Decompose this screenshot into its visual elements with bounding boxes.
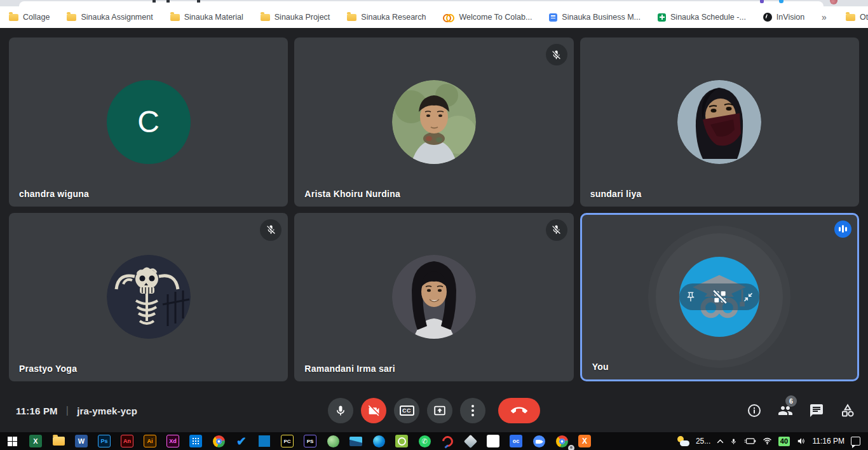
participant-tile-prastyo[interactable]: Prastyo Yoga xyxy=(9,213,288,382)
taskbar-app-xampp[interactable]: X xyxy=(573,432,596,450)
avatar-wrap xyxy=(9,213,288,382)
taskbar-app-adobe-xd[interactable]: Xd xyxy=(161,432,184,450)
clock-time: 11:16 PM xyxy=(16,406,58,416)
other-bookmarks-button[interactable]: Other bookmarks xyxy=(846,13,868,22)
taskbar-app-mail[interactable] xyxy=(344,432,367,450)
taskbar-app-check[interactable]: ✔ xyxy=(230,432,253,450)
bookmark-sinauka-research[interactable]: Sinauka Research xyxy=(347,13,426,22)
start-button[interactable] xyxy=(0,432,24,450)
chrome-profile-icon xyxy=(556,435,568,447)
taskbar-app-whatsapp[interactable]: ✆ xyxy=(413,432,436,450)
pin-icon[interactable] xyxy=(685,291,696,303)
taskbar-app-android-studio[interactable] xyxy=(322,432,344,450)
battery-charging-icon[interactable] xyxy=(743,437,756,445)
taskbar-app-prism[interactable] xyxy=(459,432,482,450)
file-explorer-icon xyxy=(53,437,65,446)
battery-percent-badge[interactable]: 40 xyxy=(778,437,789,446)
taskbar-app-calendar[interactable] xyxy=(184,432,207,450)
captions-button[interactable]: CC xyxy=(394,398,419,423)
animate-icon: An xyxy=(121,435,133,447)
taskbar-app-chrome-profile[interactable] xyxy=(550,432,573,450)
activities-icon xyxy=(840,403,855,418)
bookmarks-overflow-chevron[interactable]: » xyxy=(822,12,827,22)
participant-tile-sundari[interactable]: sundari liya xyxy=(580,38,859,207)
taskbar-clock[interactable]: 11:16 PM xyxy=(813,437,844,446)
taskbar-app-illustrator[interactable]: Ai xyxy=(139,432,161,450)
participant-tile-you[interactable]: You xyxy=(580,213,859,382)
avatar-photo xyxy=(107,255,191,339)
taskbar-app-red-bird[interactable] xyxy=(436,432,459,450)
collapse-icon[interactable] xyxy=(743,292,754,303)
taskbar-app-photoshop[interactable]: Ps xyxy=(93,432,116,450)
avatar-wrap xyxy=(294,38,573,207)
self-tile-hover-controls xyxy=(679,283,759,310)
excel-icon: X xyxy=(29,435,42,447)
extension-icon[interactable] xyxy=(760,0,764,3)
taskbar-app-oc[interactable]: oc xyxy=(505,432,527,450)
taskbar-app-slack[interactable] xyxy=(482,432,505,450)
window-title-fragment xyxy=(197,0,200,3)
folder-icon xyxy=(347,14,356,21)
camera-off-button[interactable] xyxy=(361,398,386,423)
tray-chevron-up-icon[interactable] xyxy=(717,439,724,444)
weather-temperature[interactable]: 25... xyxy=(696,437,710,446)
people-button[interactable]: 6 xyxy=(778,403,793,418)
tray-mic-icon[interactable] xyxy=(730,437,737,446)
weather-icon[interactable] xyxy=(677,436,689,446)
bookmark-label: Sinauka Material xyxy=(184,13,243,22)
bookmark-welcome-to-colab[interactable]: Welcome To Colab... xyxy=(443,13,532,22)
more-options-icon xyxy=(471,405,474,416)
participant-tile-chandra-wiguna[interactable]: C chandra wiguna xyxy=(9,38,288,207)
vscode-icon xyxy=(259,435,270,447)
taskbar-app-vscode[interactable] xyxy=(253,432,276,450)
taskbar-app-pycharm[interactable]: PC xyxy=(276,432,299,450)
avatar-wrap xyxy=(580,38,859,207)
bookmark-sinauka-schedule[interactable]: Sinauka Schedule -... xyxy=(658,13,746,22)
wifi-icon[interactable] xyxy=(763,437,772,445)
taskbar-app-phpstorm[interactable]: PS xyxy=(299,432,322,450)
info-button[interactable] xyxy=(747,403,762,418)
taskbar-app-file-explorer[interactable] xyxy=(47,432,70,450)
participant-name: sundari liya xyxy=(590,189,642,199)
mail-icon xyxy=(349,437,362,446)
avatar-wrap: C xyxy=(9,38,288,207)
taskbar-app-animate[interactable]: An xyxy=(116,432,139,450)
photo-cartoon-skeleton xyxy=(107,255,191,339)
bookmark-sinauka-business[interactable]: Sinauka Business M... xyxy=(549,13,641,22)
taskbar-app-chrome[interactable] xyxy=(207,432,230,450)
chat-button[interactable] xyxy=(809,403,824,418)
taskbar-app-edge[interactable] xyxy=(367,432,390,450)
taskbar-app-genymotion[interactable] xyxy=(390,432,413,450)
participant-tile-ramandani[interactable]: Ramandani Irma sari xyxy=(294,213,573,382)
avatar-photo xyxy=(677,80,761,164)
grid-off-icon[interactable] xyxy=(712,289,728,305)
action-center-icon[interactable] xyxy=(851,437,860,446)
bookmark-sinauka-project[interactable]: Sinauka Project xyxy=(261,13,330,22)
address-bar-partial[interactable] xyxy=(19,1,824,6)
invision-icon xyxy=(763,13,772,22)
taskbar-app-excel[interactable]: X xyxy=(24,432,47,450)
bookmark-sinauka-material[interactable]: Sinauka Material xyxy=(170,13,243,22)
volume-icon[interactable] xyxy=(796,437,806,446)
bookmark-label: Sinauka Assignment xyxy=(81,13,153,22)
browser-avatar[interactable] xyxy=(830,0,837,4)
profile-person-badge xyxy=(568,445,574,450)
mic-off-icon xyxy=(266,224,276,235)
illustrator-icon: Ai xyxy=(144,435,156,447)
present-button[interactable] xyxy=(427,398,452,423)
more-options-button[interactable] xyxy=(460,398,485,423)
docs-blue-icon xyxy=(549,13,557,22)
bookmark-sinauka-assignment[interactable]: Sinauka Assignment xyxy=(67,13,153,22)
window-title-fragment xyxy=(166,0,170,3)
taskbar-app-zoom[interactable] xyxy=(527,432,550,450)
extension-icon[interactable] xyxy=(779,0,783,3)
end-call-button[interactable] xyxy=(498,398,540,423)
bookmark-collage[interactable]: Collage xyxy=(9,13,50,22)
taskbar-app-word[interactable]: W xyxy=(70,432,93,450)
genymotion-icon xyxy=(395,435,408,447)
mic-button[interactable] xyxy=(328,398,353,423)
participant-name: Prastyo Yoga xyxy=(19,364,77,374)
bookmark-invision[interactable]: InVision xyxy=(763,13,804,22)
participant-tile-arista[interactable]: Arista Khoiru Nurdina xyxy=(294,38,573,207)
activities-button[interactable] xyxy=(840,403,855,418)
